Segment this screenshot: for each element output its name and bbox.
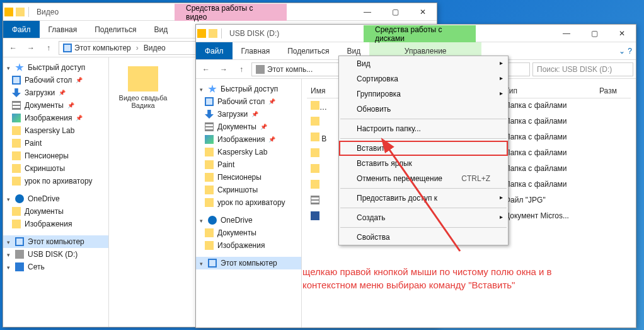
titlebar: Видео Средства работы с видео — ▢ ✕ xyxy=(3,3,437,21)
nav-docs[interactable]: Документы📌 xyxy=(196,121,301,133)
back-button[interactable]: ← xyxy=(6,40,21,56)
menu-item[interactable]: Настроить папку... xyxy=(339,121,508,136)
tab-view[interactable]: Вид xyxy=(145,21,176,38)
menu-item[interactable]: Вид xyxy=(339,56,508,71)
fold-icon xyxy=(311,133,319,141)
menu-item[interactable]: Вставить ярлык xyxy=(339,156,508,171)
nav-item[interactable]: Пенсионеры xyxy=(3,150,108,162)
window-title: USB DISK (D:) xyxy=(229,29,279,38)
doc-icon xyxy=(311,196,319,204)
forward-button[interactable]: → xyxy=(216,62,231,77)
cloud-icon xyxy=(15,194,24,203)
menu-item[interactable]: Группировка xyxy=(339,86,508,102)
col-type[interactable]: Тип xyxy=(501,84,595,98)
back-button[interactable]: ← xyxy=(198,62,214,77)
nav-pane: Быстрый доступ Рабочий стол📌 Загрузки📌 Д… xyxy=(196,79,302,327)
fold-icon xyxy=(311,101,319,110)
col-size[interactable]: Разм xyxy=(595,84,621,98)
menu-item[interactable]: Обновить xyxy=(339,102,508,117)
folder-icon xyxy=(16,8,25,16)
maximize-button[interactable]: ▢ xyxy=(580,25,608,42)
nav-downloads[interactable]: Загрузки📌 xyxy=(3,86,108,99)
nav-images[interactable]: Изображения📌 xyxy=(3,112,108,124)
nav-item[interactable]: урок по архиватору xyxy=(3,175,108,187)
nav-item[interactable]: Документы xyxy=(196,227,301,239)
nav-net[interactable]: Сеть xyxy=(3,261,108,273)
close-button[interactable]: ✕ xyxy=(409,3,437,21)
app-icon xyxy=(4,8,13,16)
menu-separator xyxy=(340,188,507,189)
col-name[interactable]: Имя xyxy=(307,84,332,98)
crumb-item[interactable]: Этот компь... xyxy=(267,65,313,74)
nav-onedrive[interactable]: OneDrive xyxy=(3,192,108,205)
minimize-button[interactable]: — xyxy=(354,3,381,21)
nav-item[interactable]: Изображения xyxy=(196,239,301,252)
ribbon-expand[interactable]: ⌄ ? xyxy=(615,42,636,59)
nav-quick[interactable]: Быстрый доступ xyxy=(196,83,301,95)
network-icon xyxy=(15,262,24,271)
window-controls: — ▢ ✕ xyxy=(553,25,636,42)
search-input[interactable]: Поиск: USB DISK (D:) xyxy=(532,62,633,76)
nav-item[interactable]: Paint xyxy=(196,158,301,171)
context-tab-video[interactable]: Средства работы с видео xyxy=(175,4,287,21)
nav-desktop[interactable]: Рабочий стол📌 xyxy=(196,95,301,108)
tab-home[interactable]: Главная xyxy=(40,21,86,38)
star-icon xyxy=(15,63,24,72)
menu-separator xyxy=(340,138,507,139)
nav-item[interactable]: урок по архиватору xyxy=(196,196,301,209)
titlebar: USB DISK (D:) Средства работы с дисками … xyxy=(196,25,636,42)
fold-icon xyxy=(311,117,319,126)
context-tab-disk[interactable]: Средства работы с дисками xyxy=(364,25,476,42)
usb-icon xyxy=(256,65,265,74)
close-button[interactable]: ✕ xyxy=(608,25,636,42)
fold-icon xyxy=(311,180,319,189)
tab-share[interactable]: Поделиться xyxy=(86,21,145,38)
nav-pc[interactable]: Этот компьютер xyxy=(3,235,108,248)
crumb-item[interactable]: Этот компьютер xyxy=(74,44,131,52)
nav-item[interactable]: Пенсионеры xyxy=(196,171,301,184)
menu-separator xyxy=(340,119,507,119)
menu-item[interactable]: Сортировка xyxy=(339,71,508,86)
nav-item[interactable]: Kaspersky Lab xyxy=(3,124,108,137)
menu-item[interactable]: Вставить xyxy=(339,141,508,156)
up-button[interactable]: ↑ xyxy=(234,62,249,77)
tab-share[interactable]: Поделиться xyxy=(279,42,338,59)
nav-pc[interactable]: Этот компьютер xyxy=(196,257,301,269)
annotation-text: щелкаю правой кнопкой мыши по чистому по… xyxy=(302,265,605,292)
tab-home[interactable]: Главная xyxy=(233,42,279,59)
folder-icon xyxy=(128,66,158,91)
crumb-item[interactable]: Видео xyxy=(144,44,166,52)
nav-item[interactable]: Скриншоты xyxy=(196,184,301,196)
nav-item[interactable]: Скриншоты xyxy=(3,162,108,175)
minimize-button[interactable]: — xyxy=(553,25,580,42)
nav-item[interactable]: Изображения xyxy=(3,218,108,230)
nav-item[interactable]: Документы xyxy=(3,205,108,218)
menu-separator xyxy=(340,208,507,208)
word-icon xyxy=(311,211,319,220)
nav-usb[interactable]: USB DISK (D:) xyxy=(3,248,108,261)
maximize-button[interactable]: ▢ xyxy=(381,3,409,21)
folder-icon xyxy=(209,29,217,38)
nav-downloads[interactable]: Загрузки📌 xyxy=(196,108,301,121)
window-controls: — ▢ ✕ xyxy=(354,3,437,21)
nav-onedrive[interactable]: OneDrive xyxy=(196,214,301,227)
up-button[interactable]: ↑ xyxy=(41,40,56,56)
folder-item[interactable]: Видео свадьба Вадика xyxy=(118,66,168,109)
menu-item[interactable]: Создать xyxy=(339,210,508,225)
nav-pane: Быстрый доступ Рабочий стол📌 Загрузки📌 Д… xyxy=(3,57,109,327)
nav-desktop[interactable]: Рабочий стол📌 xyxy=(3,74,108,86)
nav-item[interactable]: Kaspersky Lab xyxy=(196,146,301,158)
tab-file[interactable]: Файл xyxy=(196,42,233,59)
context-menu: ВидСортировкаГруппировкаОбновитьНастроит… xyxy=(338,56,509,245)
pc-icon xyxy=(63,44,72,52)
menu-item[interactable]: Предоставить доступ к xyxy=(339,191,508,206)
nav-item[interactable]: Paint xyxy=(3,137,108,150)
nav-quick[interactable]: Быстрый доступ xyxy=(3,61,108,74)
nav-images[interactable]: Изображения📌 xyxy=(196,133,301,146)
app-icon xyxy=(197,29,206,38)
forward-button[interactable]: → xyxy=(23,40,38,56)
menu-item[interactable]: Свойства xyxy=(339,230,508,245)
tab-file[interactable]: Файл xyxy=(3,21,40,38)
menu-item[interactable]: Отменить перемещениеCTRL+Z xyxy=(339,171,508,186)
nav-docs[interactable]: Документы📌 xyxy=(3,99,108,112)
